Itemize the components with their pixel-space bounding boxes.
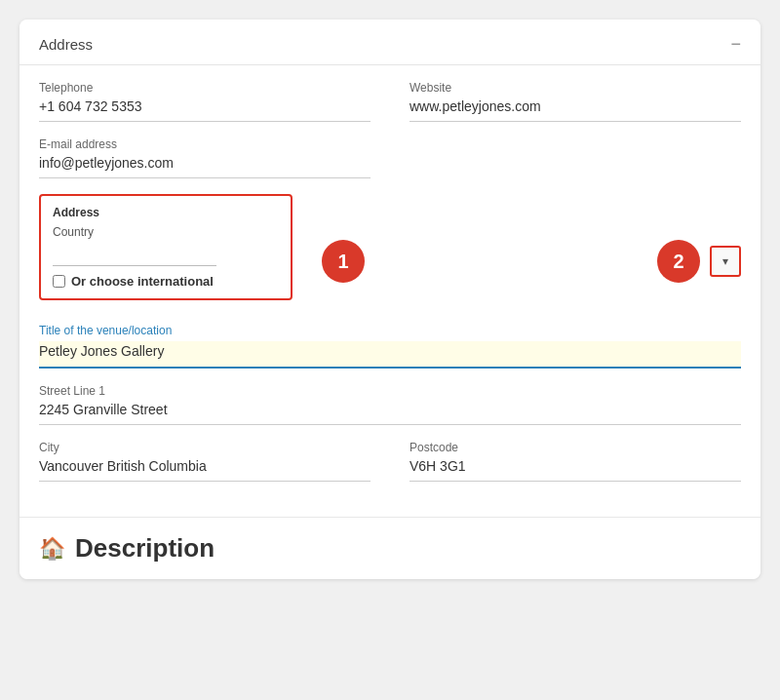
email-spacer [410, 137, 741, 178]
street-label: Street Line 1 [39, 384, 741, 398]
email-value: info@petleyjones.com [39, 155, 370, 178]
international-row: Or choose international [53, 274, 279, 289]
international-checkbox[interactable] [53, 275, 65, 288]
telephone-value: +1 604 732 5353 [39, 98, 370, 122]
section-header: Address − [20, 19, 760, 65]
city-value: Vancouver British Columbia [39, 458, 370, 482]
country-input[interactable] [53, 245, 216, 266]
home-icon: 🏠 [39, 536, 65, 562]
address-country-area: Address Country Or choose international … [39, 194, 741, 312]
street-value: 2245 Granville Street [39, 402, 741, 425]
city-field: City Vancouver British Columbia [39, 441, 370, 482]
venue-label: Title of the venue/location [39, 324, 741, 337]
description-title-row: 🏠 Description [39, 533, 741, 564]
venue-value[interactable]: Petley Jones Gallery [39, 341, 741, 369]
description-section: 🏠 Description [20, 517, 760, 579]
description-heading: Description [75, 533, 214, 564]
telephone-website-row: Telephone +1 604 732 5353 Website www.pe… [39, 81, 741, 122]
telephone-label: Telephone [39, 81, 370, 95]
postcode-label: Postcode [410, 441, 741, 454]
telephone-field: Telephone +1 604 732 5353 [39, 81, 370, 122]
annotation-badge-2: 2 [657, 240, 700, 283]
street-field: Street Line 1 2245 Granville Street [39, 384, 741, 425]
international-label: Or choose international [71, 274, 214, 289]
chevron-down-icon: ▾ [722, 254, 728, 268]
website-field: Website www.petleyjones.com [410, 81, 741, 122]
postcode-field: Postcode V6H 3G1 [410, 441, 741, 482]
address-section: Address − Telephone +1 604 732 5353 Webs… [20, 19, 760, 517]
city-postcode-row: City Vancouver British Columbia Postcode… [39, 441, 741, 482]
postcode-value: V6H 3G1 [410, 458, 741, 482]
annotation-2-area: 2 ▾ [657, 240, 741, 283]
section-title: Address [39, 36, 93, 53]
address-country-box: Address Country Or choose international [39, 194, 292, 300]
website-value: www.petleyjones.com [410, 98, 741, 122]
country-label: Country [53, 225, 279, 239]
email-row: E-mail address info@petleyjones.com [39, 137, 741, 178]
email-field: E-mail address info@petleyjones.com [39, 137, 370, 178]
section-body: Telephone +1 604 732 5353 Website www.pe… [20, 65, 760, 517]
venue-title-field: Title of the venue/location Petley Jones… [39, 324, 741, 369]
email-label: E-mail address [39, 137, 370, 151]
city-label: City [39, 441, 370, 454]
collapse-icon[interactable]: − [730, 35, 741, 53]
website-label: Website [410, 81, 741, 95]
country-dropdown-button[interactable]: ▾ [710, 246, 741, 277]
annotation-badge-1: 1 [322, 240, 365, 283]
address-box-label: Address [53, 206, 279, 219]
